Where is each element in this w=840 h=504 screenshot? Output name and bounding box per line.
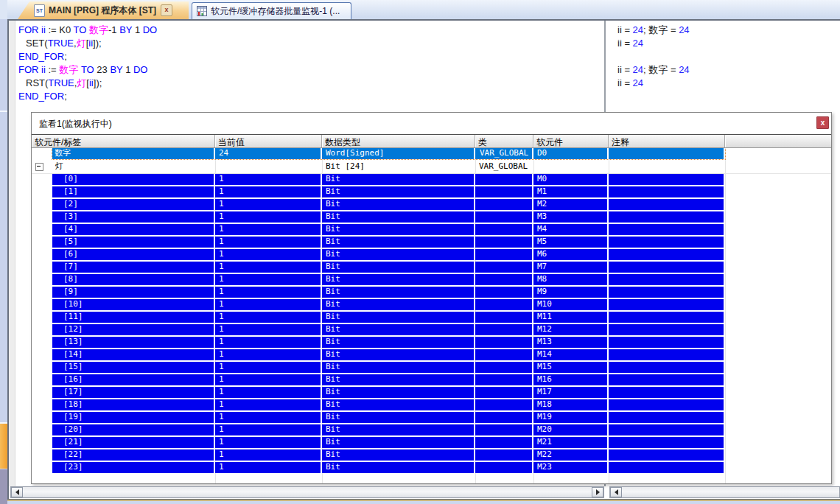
watch-row[interactable]: [4]1BitM4 xyxy=(32,224,831,237)
column-header[interactable]: 类 xyxy=(475,135,533,147)
cell-data-type[interactable]: Bit xyxy=(322,299,475,310)
monitor-line[interactable]: ii = 24; 数字 = 24 xyxy=(617,24,690,37)
watch-row[interactable]: [18]1BitM18 xyxy=(32,399,831,412)
cell-class[interactable] xyxy=(475,299,533,310)
collapse-minus-icon[interactable] xyxy=(35,163,43,171)
cell-current-value[interactable]: 1 xyxy=(215,399,322,410)
cell-class[interactable] xyxy=(475,274,533,285)
cell-device[interactable]: M11 xyxy=(533,312,609,323)
cell-comment[interactable] xyxy=(609,399,725,410)
cell-class[interactable]: VAR_GLOBAL xyxy=(475,161,533,172)
cell-device-label[interactable]: [21] xyxy=(52,437,215,448)
cell-comment[interactable] xyxy=(609,186,725,197)
code-line[interactable]: END_FOR; xyxy=(18,90,157,103)
monitor-line[interactable]: ii = 24 xyxy=(617,77,690,90)
cell-current-value[interactable]: 1 xyxy=(215,387,322,398)
cell-class[interactable] xyxy=(475,211,533,223)
cell-class[interactable] xyxy=(475,437,533,448)
cell-data-type[interactable]: Bit xyxy=(322,374,475,385)
cell-device[interactable]: M10 xyxy=(533,299,609,310)
code-pane-hscrollbar[interactable] xyxy=(10,486,604,498)
cell-class[interactable] xyxy=(475,287,533,298)
watch-row[interactable]: [2]1BitM2 xyxy=(32,199,831,211)
cell-device[interactable]: M20 xyxy=(533,424,609,435)
watch-row[interactable]: [7]1BitM7 xyxy=(32,262,831,274)
watch-row[interactable]: [12]1BitM12 xyxy=(32,324,831,337)
cell-data-type[interactable]: Bit xyxy=(322,449,475,461)
cell-data-type[interactable]: Bit xyxy=(322,274,475,285)
cell-device-label[interactable]: [0] xyxy=(52,174,215,185)
cell-class[interactable] xyxy=(475,262,533,273)
watch-row[interactable]: 数字24Word[Signed]VAR_GLOBALD0 xyxy=(32,148,831,161)
cell-data-type[interactable]: Bit xyxy=(322,186,475,197)
cell-device[interactable]: M21 xyxy=(533,437,609,448)
cell-current-value[interactable]: 1 xyxy=(215,449,322,461)
cell-current-value[interactable]: 1 xyxy=(215,249,322,260)
cell-device-label[interactable]: 数字 xyxy=(52,148,215,159)
cell-class[interactable] xyxy=(475,462,533,473)
tab-main-program-st[interactable]: ST MAIN [PRG] 程序本体 [ST] x xyxy=(18,1,189,19)
cell-comment[interactable] xyxy=(609,449,725,461)
cell-device[interactable]: M2 xyxy=(533,199,609,210)
tab-device-buffer-monitor[interactable]: 软元件/缓冲存储器批量监视-1 (... xyxy=(192,2,351,19)
cell-device[interactable]: M14 xyxy=(533,349,609,360)
watch-row[interactable]: [23]1BitM23 xyxy=(32,462,831,475)
watch-row[interactable]: [3]1BitM3 xyxy=(32,211,831,224)
cell-data-type[interactable]: Bit xyxy=(322,324,475,335)
cell-current-value[interactable]: 1 xyxy=(215,337,322,348)
cell-device[interactable] xyxy=(533,161,609,172)
cell-comment[interactable] xyxy=(609,211,725,223)
cell-data-type[interactable]: Bit xyxy=(322,387,475,398)
cell-device-label[interactable]: [1] xyxy=(52,186,215,197)
cell-device[interactable]: M7 xyxy=(533,262,609,273)
cell-device-label[interactable]: [3] xyxy=(52,211,215,223)
watch-row[interactable]: [8]1BitM8 xyxy=(32,274,831,287)
watch-row[interactable]: [20]1BitM20 xyxy=(32,424,831,437)
cell-data-type[interactable]: Bit xyxy=(322,424,475,435)
cell-device-label[interactable]: 灯 xyxy=(32,161,215,172)
cell-device-label[interactable]: [23] xyxy=(52,462,215,473)
cell-comment[interactable] xyxy=(609,337,725,348)
watch-row[interactable]: [14]1BitM14 xyxy=(32,349,831,362)
cell-comment[interactable] xyxy=(609,362,725,373)
cell-data-type[interactable]: Bit xyxy=(322,399,475,410)
cell-class[interactable] xyxy=(475,412,533,423)
cell-device-label[interactable]: [18] xyxy=(52,399,215,410)
cell-class[interactable] xyxy=(475,362,533,373)
cell-device-label[interactable]: [8] xyxy=(52,274,215,285)
cell-comment[interactable] xyxy=(609,412,725,423)
cell-data-type[interactable]: Bit xyxy=(322,437,475,448)
cell-current-value[interactable]: 1 xyxy=(215,237,322,248)
watch-row[interactable]: [15]1BitM15 xyxy=(32,362,831,374)
cell-device-label[interactable]: [17] xyxy=(52,387,215,398)
cell-device-label[interactable]: [15] xyxy=(52,362,215,373)
cell-comment[interactable] xyxy=(609,424,725,435)
cell-device[interactable]: D0 xyxy=(533,148,609,159)
cell-comment[interactable] xyxy=(609,349,725,360)
cell-class[interactable] xyxy=(475,186,533,197)
cell-data-type[interactable]: Bit xyxy=(322,462,475,473)
cell-current-value[interactable]: 1 xyxy=(215,362,322,373)
cell-current-value[interactable]: 1 xyxy=(215,374,322,385)
column-header[interactable]: 注释 xyxy=(609,135,725,147)
cell-device-label[interactable]: [12] xyxy=(52,324,215,335)
code-line[interactable]: FOR ii := 数字 TO 23 BY 1 DO xyxy=(18,63,157,77)
cell-comment[interactable] xyxy=(609,274,725,285)
cell-data-type[interactable]: Bit xyxy=(322,312,475,323)
cell-class[interactable] xyxy=(475,249,533,260)
cell-device-label[interactable]: [4] xyxy=(52,224,215,235)
watch-row[interactable]: [10]1BitM10 xyxy=(32,299,831,312)
cell-device[interactable]: M13 xyxy=(533,337,609,348)
cell-comment[interactable] xyxy=(609,299,725,310)
scroll-left-icon[interactable] xyxy=(11,487,23,497)
cell-device[interactable]: M17 xyxy=(533,387,609,398)
cell-class[interactable] xyxy=(475,324,533,335)
cell-device[interactable]: M3 xyxy=(533,211,609,223)
cell-current-value[interactable]: 1 xyxy=(215,199,322,210)
cell-current-value[interactable]: 1 xyxy=(215,349,322,360)
watch-row[interactable]: [11]1BitM11 xyxy=(32,312,831,324)
cell-class[interactable] xyxy=(475,349,533,360)
column-header[interactable]: 软元件/标签 xyxy=(32,135,215,147)
cell-comment[interactable] xyxy=(609,249,725,260)
watch-row[interactable]: [0]1BitM0 xyxy=(32,174,831,186)
